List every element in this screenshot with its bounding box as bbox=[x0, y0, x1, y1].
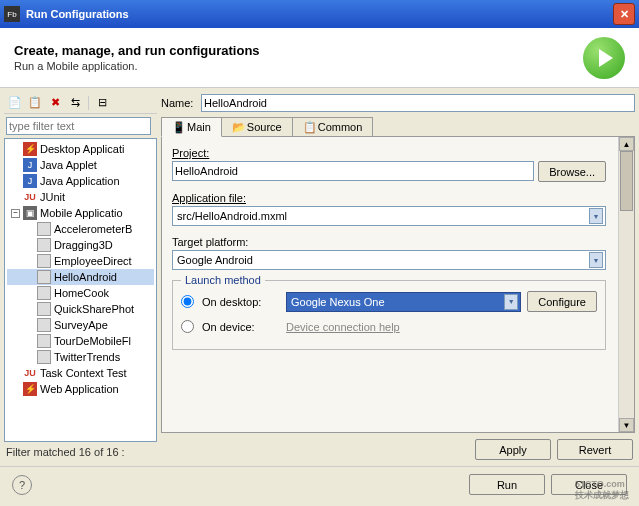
on-device-label: On device: bbox=[202, 321, 280, 333]
on-device-radio[interactable] bbox=[181, 320, 194, 333]
apply-button[interactable]: Apply bbox=[475, 439, 551, 460]
tree-category[interactable]: ⚡Desktop Applicati bbox=[7, 141, 154, 157]
header-title: Create, manage, and run configurations bbox=[14, 43, 583, 58]
tree-item[interactable]: QuickSharePhot bbox=[7, 301, 154, 317]
tree-label: QuickSharePhot bbox=[54, 303, 134, 315]
tree-label: Mobile Applicatio bbox=[40, 207, 123, 219]
tree-item[interactable]: AccelerometerB bbox=[7, 221, 154, 237]
config-tree[interactable]: ⚡Desktop ApplicatiJJava AppletJJava Appl… bbox=[4, 138, 157, 442]
right-panel: Name: 📱Main 📂Source 📋Common Project: Bro… bbox=[161, 92, 635, 462]
run-button[interactable]: Run bbox=[469, 474, 545, 495]
tree-label: Dragging3D bbox=[54, 239, 113, 251]
tree-label: TourDeMobileFl bbox=[54, 335, 131, 347]
tree-label: TwitterTrends bbox=[54, 351, 120, 363]
scrollbar[interactable]: ▲ ▼ bbox=[618, 137, 634, 432]
tree-category[interactable]: JUTask Context Test bbox=[7, 365, 154, 381]
close-button[interactable]: Close bbox=[551, 474, 627, 495]
name-input[interactable] bbox=[201, 94, 635, 112]
tab-main[interactable]: 📱Main bbox=[161, 117, 222, 137]
left-panel: 📄 📋 ✖ ⇆ ⊟ ⚡Desktop ApplicatiJJava Applet… bbox=[4, 92, 157, 462]
delete-icon[interactable]: ✖ bbox=[46, 94, 64, 112]
platform-label: Target platform: bbox=[172, 236, 606, 248]
device-help-link[interactable]: Device connection help bbox=[286, 321, 400, 333]
app-icon: Fb bbox=[4, 6, 20, 22]
tree-label: AccelerometerB bbox=[54, 223, 132, 235]
tree-item[interactable]: HomeCook bbox=[7, 285, 154, 301]
filter-input[interactable] bbox=[6, 117, 151, 135]
tree-item[interactable]: HelloAndroid bbox=[7, 269, 154, 285]
tree-label: Task Context Test bbox=[40, 367, 127, 379]
common-tab-icon: 📋 bbox=[303, 121, 315, 133]
run-icon bbox=[583, 37, 625, 79]
tab-source[interactable]: 📂Source bbox=[221, 117, 293, 137]
close-icon[interactable]: ✕ bbox=[613, 3, 635, 25]
tree-label: Desktop Applicati bbox=[40, 143, 124, 155]
tab-common[interactable]: 📋Common bbox=[292, 117, 374, 137]
help-icon[interactable]: ? bbox=[12, 475, 32, 495]
scroll-up-icon[interactable]: ▲ bbox=[619, 137, 634, 151]
filter-status: Filter matched 16 of 16 : bbox=[4, 442, 157, 462]
launch-legend: Launch method bbox=[181, 274, 265, 286]
on-desktop-radio[interactable] bbox=[181, 295, 194, 308]
tree-item[interactable]: TwitterTrends bbox=[7, 349, 154, 365]
tree-label: SurveyApe bbox=[54, 319, 108, 331]
tree-item[interactable]: TourDeMobileFl bbox=[7, 333, 154, 349]
source-tab-icon: 📂 bbox=[232, 121, 244, 133]
tree-category[interactable]: JJava Applet bbox=[7, 157, 154, 173]
desktop-device-combo[interactable]: Google Nexus One▼ bbox=[286, 292, 521, 312]
expand-icon[interactable]: − bbox=[11, 209, 20, 218]
on-desktop-label: On desktop: bbox=[202, 296, 280, 308]
tree-label: HelloAndroid bbox=[54, 271, 117, 283]
launch-method-group: Launch method On desktop: Google Nexus O… bbox=[172, 280, 606, 350]
revert-button[interactable]: Revert bbox=[557, 439, 633, 460]
tree-category[interactable]: JJava Application bbox=[7, 173, 154, 189]
tabs: 📱Main 📂Source 📋Common bbox=[161, 117, 635, 137]
titlebar: Fb Run Configurations ✕ bbox=[0, 0, 639, 28]
tree-category[interactable]: JUJUnit bbox=[7, 189, 154, 205]
platform-combo[interactable]: Google Android▼ bbox=[172, 250, 606, 270]
chevron-down-icon: ▼ bbox=[589, 252, 603, 268]
tab-content: Project: Browse... Application file: src… bbox=[161, 136, 635, 433]
configure-button[interactable]: Configure bbox=[527, 291, 597, 312]
scroll-down-icon[interactable]: ▼ bbox=[619, 418, 634, 432]
tree-label: Java Application bbox=[40, 175, 120, 187]
window-title: Run Configurations bbox=[26, 8, 613, 20]
duplicate-icon[interactable]: 📋 bbox=[26, 94, 44, 112]
name-label: Name: bbox=[161, 97, 197, 109]
tree-label: Web Application bbox=[40, 383, 119, 395]
filter-icon[interactable]: ⇆ bbox=[66, 94, 84, 112]
footer: ? Run Close bbox=[0, 466, 639, 502]
appfile-combo[interactable]: src/HelloAndroid.mxml▼ bbox=[172, 206, 606, 226]
tree-category[interactable]: ⚡Web Application bbox=[7, 381, 154, 397]
header-subtitle: Run a Mobile application. bbox=[14, 60, 583, 72]
tree-label: Java Applet bbox=[40, 159, 97, 171]
tree-item[interactable]: Dragging3D bbox=[7, 237, 154, 253]
main-tab-icon: 📱 bbox=[172, 121, 184, 133]
tree-label: EmployeeDirect bbox=[54, 255, 132, 267]
project-input[interactable] bbox=[172, 161, 534, 181]
browse-button[interactable]: Browse... bbox=[538, 161, 606, 182]
tree-toolbar: 📄 📋 ✖ ⇆ ⊟ bbox=[4, 92, 157, 114]
project-label: Project: bbox=[172, 147, 606, 159]
new-config-icon[interactable]: 📄 bbox=[6, 94, 24, 112]
chevron-down-icon: ▼ bbox=[589, 208, 603, 224]
chevron-down-icon: ▼ bbox=[504, 294, 518, 310]
tree-item[interactable]: EmployeeDirect bbox=[7, 253, 154, 269]
scroll-thumb[interactable] bbox=[620, 151, 633, 211]
tree-label: JUnit bbox=[40, 191, 65, 203]
header: Create, manage, and run configurations R… bbox=[0, 28, 639, 88]
collapse-icon[interactable]: ⊟ bbox=[93, 94, 111, 112]
tree-item[interactable]: SurveyApe bbox=[7, 317, 154, 333]
appfile-label: Application file: bbox=[172, 192, 606, 204]
tree-label: HomeCook bbox=[54, 287, 109, 299]
tree-category[interactable]: −▣Mobile Applicatio bbox=[7, 205, 154, 221]
